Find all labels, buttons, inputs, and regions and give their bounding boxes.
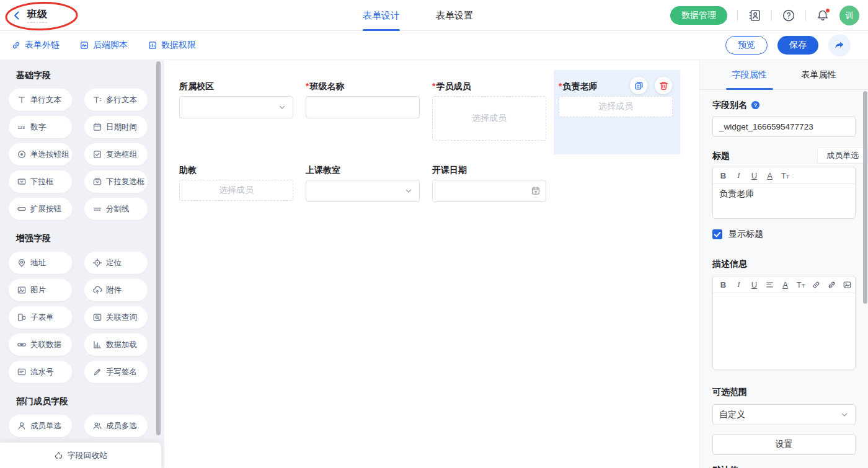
field-select[interactable]: [306, 180, 420, 202]
svg-text:123: 123: [18, 125, 25, 130]
palette-section-title: 部门成员字段: [16, 396, 156, 407]
toolbar-link-data-permission[interactable]: 数据权限: [148, 40, 196, 51]
optional-range-label: 可选范围: [712, 387, 856, 397]
palette-item-signature[interactable]: 手写签名: [84, 361, 148, 383]
canvas-field[interactable]: 开课日期: [427, 154, 554, 216]
palette-item-single-line-text[interactable]: 单行文本: [9, 89, 72, 111]
palette-item-attachment[interactable]: 附件: [84, 279, 148, 301]
field-member-box[interactable]: 选择成员: [559, 96, 673, 117]
description-editor-content[interactable]: [713, 293, 855, 369]
sidebar-scrollbar[interactable]: [156, 61, 161, 435]
question-circle-icon[interactable]: ?: [751, 100, 760, 110]
panel-scrollbar[interactable]: [863, 91, 867, 304]
required-asterisk: *: [559, 81, 562, 91]
canvas-field[interactable]: 上课教室: [301, 154, 427, 216]
underline-icon[interactable]: U: [746, 168, 762, 183]
palette-item-locate[interactable]: 定位: [84, 252, 148, 274]
palette-item-select[interactable]: 下拉框: [9, 170, 72, 193]
italic-icon[interactable]: I: [731, 277, 746, 293]
duplicate-field-button[interactable]: [630, 77, 647, 94]
preview-button[interactable]: 预览: [725, 36, 768, 55]
notification-icon[interactable]: [816, 9, 830, 22]
italic-icon[interactable]: I: [731, 168, 746, 183]
toolbar-link-script[interactable]: 后端脚本: [79, 40, 128, 51]
default-value-label: 默认值: [712, 465, 856, 468]
canvas-field[interactable]: *负责老师 选择成员: [554, 70, 680, 154]
palette-item-divider[interactable]: 分割线: [84, 198, 148, 220]
field-recycle-bin[interactable]: 字段回收站: [0, 443, 161, 468]
chevron-down-icon: [277, 102, 287, 112]
palette-item-member-single[interactable]: 成员单选: [9, 415, 72, 437]
show-title-checkbox[interactable]: [712, 229, 722, 239]
palette-item-number[interactable]: 123数字: [9, 116, 72, 138]
canvas-field[interactable]: *班级名称: [301, 70, 427, 154]
show-title-label: 显示标题: [728, 229, 763, 240]
bold-icon[interactable]: B: [715, 277, 731, 293]
data-permission-icon: [148, 40, 157, 50]
image-icon[interactable]: [839, 277, 855, 293]
field-select[interactable]: [179, 96, 293, 118]
canvas-field[interactable]: 所属校区: [174, 70, 301, 154]
form-design-canvas[interactable]: 所属校区 *班级名称 *学员成员 选择成员 *负责老师 选择成员 助教 选择成员…: [164, 60, 699, 468]
canvas-field[interactable]: 助教 选择成员: [174, 154, 301, 216]
help-icon[interactable]: [782, 9, 795, 22]
palette-item-datetime[interactable]: 日期时间: [84, 116, 148, 138]
delete-field-button[interactable]: [655, 77, 672, 94]
font-color-icon[interactable]: A: [777, 277, 793, 293]
field-input[interactable]: [306, 96, 420, 118]
link-icon[interactable]: [808, 277, 824, 293]
palette-item-multi-select[interactable]: 下拉复选框: [84, 170, 148, 193]
form-toolbar: 表单外链后端脚本数据权限 预览 保存: [0, 31, 868, 60]
palette-item-radio-group[interactable]: 单选按钮组: [9, 143, 72, 166]
field-member-box[interactable]: 选择成员: [179, 180, 293, 201]
palette-item-multi-line-text[interactable]: 多行文本: [84, 89, 148, 111]
font-size-icon[interactable]: TT: [777, 168, 793, 183]
divider-icon: [92, 204, 102, 214]
title-editor-content[interactable]: 负责老师: [713, 184, 855, 218]
palette-item-address[interactable]: 地址: [9, 252, 72, 274]
avatar[interactable]: 训: [839, 6, 859, 25]
align-icon[interactable]: [762, 277, 777, 293]
header-tab-form-settings[interactable]: 表单设置: [436, 0, 473, 31]
multi-line-text-icon: [92, 95, 102, 105]
unlink-icon[interactable]: [824, 277, 839, 293]
font-color-icon[interactable]: A: [762, 168, 777, 183]
bold-icon[interactable]: B: [715, 168, 731, 183]
palette-item-member-multi[interactable]: 成员多选: [84, 415, 148, 437]
divider: [805, 10, 806, 21]
field-alias-input[interactable]: _widget_1666595477723: [712, 116, 856, 137]
toolbar-link-external-link[interactable]: 表单外链: [11, 40, 60, 51]
settings-button[interactable]: 设置: [712, 434, 856, 455]
header-tab-form-design[interactable]: 表单设计: [363, 0, 400, 31]
palette-item-checkbox-group[interactable]: 复选框组: [84, 143, 148, 166]
font-size-icon[interactable]: TT: [793, 277, 808, 293]
datetime-icon: [92, 122, 102, 132]
field-label: 所属校区: [179, 81, 294, 91]
palette-item-serial-number[interactable]: 流水号: [9, 361, 72, 383]
script-icon: [79, 40, 89, 50]
field-alias-label: 字段别名 ?: [712, 100, 856, 110]
underline-icon[interactable]: U: [746, 277, 762, 293]
field-date-input[interactable]: [432, 180, 546, 202]
member-single-icon: [17, 421, 27, 431]
field-label: 上课教室: [306, 165, 421, 175]
palette-item-related-query[interactable]: 关联查询: [84, 306, 148, 329]
back-button[interactable]: 班级: [11, 8, 47, 23]
locate-icon: [92, 258, 102, 268]
palette-item-subform[interactable]: 子表单: [9, 306, 72, 329]
contacts-icon[interactable]: [748, 9, 761, 22]
recycle-icon: [54, 451, 63, 460]
save-button[interactable]: 保存: [777, 36, 818, 55]
share-forward-icon[interactable]: [828, 34, 851, 56]
field-member-box[interactable]: 选择成员: [432, 96, 546, 141]
palette-item-extend-button[interactable]: 扩展按钮: [9, 198, 72, 220]
optional-range-select[interactable]: 自定义: [712, 404, 856, 425]
panel-tab-field-props[interactable]: 字段属性: [732, 60, 767, 89]
select-icon: [17, 177, 27, 187]
palette-item-image[interactable]: 图片: [9, 279, 72, 301]
canvas-field[interactable]: *学员成员 选择成员: [427, 70, 554, 154]
panel-tab-form-props[interactable]: 表单属性: [802, 60, 836, 89]
data-manage-button[interactable]: 数据管理: [670, 6, 727, 25]
palette-item-related-data[interactable]: 关联数据: [9, 333, 72, 356]
palette-item-data-load[interactable]: 数据加载: [84, 333, 148, 356]
